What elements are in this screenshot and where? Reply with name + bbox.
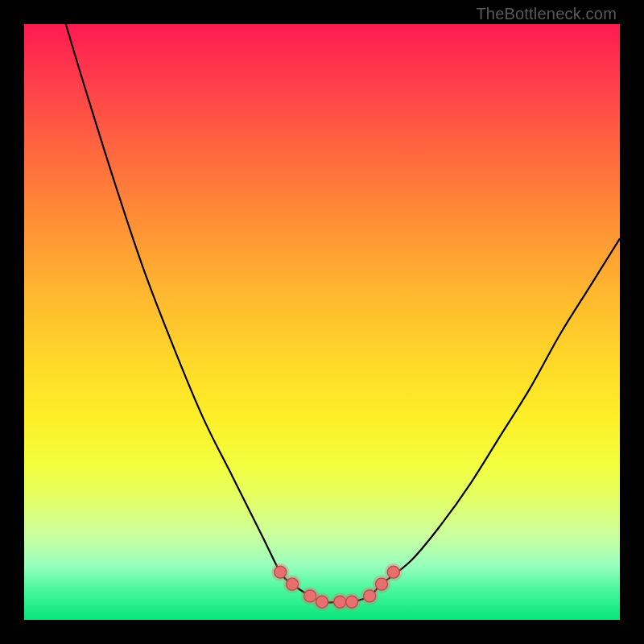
- curve-marker: [346, 596, 358, 608]
- plot-area: [24, 24, 620, 620]
- curve-marker: [316, 596, 328, 608]
- curve-marker: [287, 578, 299, 590]
- bottleneck-curve: [66, 24, 620, 602]
- curve-svg: [24, 24, 620, 620]
- curve-markers: [271, 564, 402, 611]
- curve-marker: [376, 578, 388, 590]
- curve-marker: [387, 566, 399, 578]
- watermark-text: TheBottleneck.com: [476, 5, 617, 23]
- curve-marker: [275, 566, 287, 578]
- chart-frame: TheBottleneck.com: [0, 0, 644, 644]
- curve-marker: [364, 590, 376, 602]
